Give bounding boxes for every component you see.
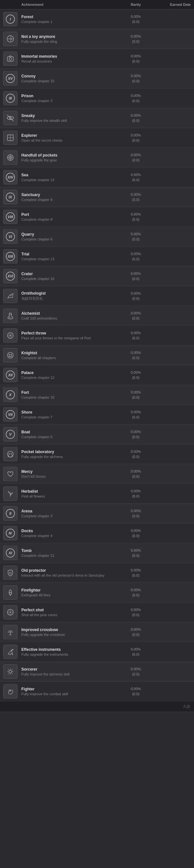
achievement-info: Sorcerer Fully improve the alchemy skill [21,667,120,676]
achievement-rarity: 0.00%(0.0) [120,14,152,25]
achievement-rarity: 0.00%(0.0) [120,172,152,183]
achievement-icon [3,111,17,125]
table-row: Ornithologist 鸟纹羽毛羽毛 0.00%(0.0) [0,286,194,306]
achievement-rarity: 0.00%(0.0) [120,152,152,163]
achievement-rarity: 0.00%(0.0) [120,627,152,638]
achievement-info: Firefighter Extinguish 40 fires [21,588,120,597]
achievement-info: Fighter Fully improve the combat skill [21,687,120,696]
achievement-rarity: 0.00%(0.0) [120,34,152,44]
achievement-icon [3,566,17,580]
achievement-icon [3,625,17,639]
table-row: Perfect shot Shot all the pine cones 0.0… [0,602,194,622]
achievement-name: Pocket laboratory [21,450,120,454]
achievement-info: Ornithologist 鸟纹羽毛羽毛 [21,291,120,301]
achievement-desc: Complete chapter 5 [21,435,120,439]
table-row: Handfull of pockets Fully upgrade the ge… [0,148,194,167]
achievement-info: Alchemist Craft 100 ammunitions [21,311,120,320]
achievement-desc: Complete chapter 16 [21,277,120,281]
achievement-desc: Complete chapter 4 [21,534,120,538]
achievement-icon: XIII [3,249,17,264]
table-row: XV Convoy Complete chapter 15 0.00%(0.0) [0,69,194,89]
table-row: VIII Port Complete chapter 8 0.00%(0.0) [0,207,194,227]
achievement-info: Quarry Complete chapter 6 [21,232,120,241]
achievement-rarity: 0.00%(0.0) [120,647,152,657]
achievement-icon: VII [3,407,17,422]
svg-line-42 [8,670,9,670]
achievement-rarity: 0.00%(0.0) [120,508,152,519]
achievement-desc: Complete chapter 6 [21,237,120,241]
svg-line-7 [7,115,13,121]
achievement-desc: Complete chapter 7 [21,415,120,419]
achievement-desc: Complete chapter 12 [21,376,120,379]
achievement-icon [3,467,17,481]
achievement-rarity: 0.00%(0.0) [120,54,152,64]
achievement-icon [3,328,17,343]
table-row: Pocket laboratory Fully upgrade the alch… [0,444,194,464]
svg-line-44 [12,670,13,670]
achievement-name: Fighter [21,687,120,691]
achievement-info: Palace Complete chapter 12 [21,370,120,379]
table-row: III Prison Complete chapter 3 0.00%(0.0) [0,89,194,108]
achievement-name: Docks [21,529,120,533]
achievement-info: Trial Complete chapter 13 [21,252,120,261]
achievement-icon: I [3,12,17,26]
achievement-rarity: 0.00%(0.0) [120,330,152,341]
table-row: IV Docks Complete chapter 4 0.00%(0.0) [0,523,194,543]
achievement-desc: Pass all your throws in the minigame of … [21,336,120,340]
svg-point-16 [9,317,10,318]
table-row: XIV Sea Complete chapter 14 0.00%(0.0) [0,167,194,187]
achievement-name: Herbalist [21,489,120,494]
achievement-name: Mercy [21,469,120,474]
achievement-desc: Complete chapter 15 [21,79,120,83]
achievement-rarity: 0.00%(0.0) [120,469,152,479]
table-row: XI Tomb Complete chapter 11 0.00%(0.0) [0,543,194,563]
achievement-info: Explorer Open all the secret chests [21,133,120,142]
table-row: Firefighter Extinguish 40 fires 0.00%(0.… [0,583,194,602]
achievement-icon [3,487,17,501]
achievement-name: Trial [21,252,120,256]
achievement-icon [3,664,17,679]
achievement-rarity: 0.00%(0.0) [120,251,152,262]
achievement-icon [3,289,17,303]
svg-point-26 [9,572,11,574]
achievement-rarity: 0.00%(0.0) [120,291,152,302]
achievement-info: Immortal memories Recall all souvenirs [21,54,120,63]
achievement-rarity: 0.00%(0.0) [120,212,152,222]
achievement-name: Not a toy anymore [21,34,120,39]
svg-line-36 [10,634,11,635]
header-achievement-label: Achievement [21,3,120,6]
achievement-icon [3,309,17,323]
achievement-desc: Fully upgrade the alchemy [21,455,120,459]
table-row: VII Shore Complete chapter 7 0.00%(0.0) [0,405,194,425]
table-row: Explorer Open all the secret chests 0.00… [0,128,194,148]
achievement-name: Sanctuary [21,192,120,197]
achievement-desc: Open all the secret chests [21,138,120,142]
achievement-rarity: 0.00%(0.0) [120,93,152,104]
achievement-name: Knightst [21,351,120,355]
achievement-info: Handfull of pockets Fully upgrade the ge… [21,153,120,162]
achievement-icon: XI [3,546,17,560]
table-row: Herbalist Find all flowers 0.00%(0.0) [0,484,194,504]
achievement-desc: Extinguish 40 fires [21,593,120,597]
achievement-info: Arena Complete chapter 2 [21,509,120,518]
achievement-rarity: 0.00%(0.0) [120,528,152,539]
achievement-icon [3,348,17,362]
achievement-info: Not a toy anymore Fully upgrade the slin… [21,34,120,43]
achievement-icon [3,585,17,600]
svg-point-29 [10,612,11,613]
achievement-info: Herbalist Find all flowers [21,489,120,498]
table-row: Alchemist Craft 100 ammunitions 0.00%(0.… [0,306,194,326]
achievement-desc: Craft 100 ammunitions [21,316,120,320]
achievement-name: Ornithologist [21,291,120,296]
header-rarity-label: Rarity [120,3,152,6]
achievement-info: Fort Complete chapter 10 [21,390,120,399]
svg-line-43 [12,673,13,674]
svg-line-45 [8,673,9,674]
table-row: Immortal memories Recall all souvenirs 0… [0,49,194,69]
achievement-name: Alchemist [21,311,120,316]
achievement-rarity: 0.00%(0.0) [120,370,152,380]
svg-line-35 [9,634,10,635]
achievement-info: Pocket laboratory Fully upgrade the alch… [21,450,120,459]
achievement-rarity: 0.00%(0.0) [120,607,152,618]
achievement-icon: III [3,91,17,105]
